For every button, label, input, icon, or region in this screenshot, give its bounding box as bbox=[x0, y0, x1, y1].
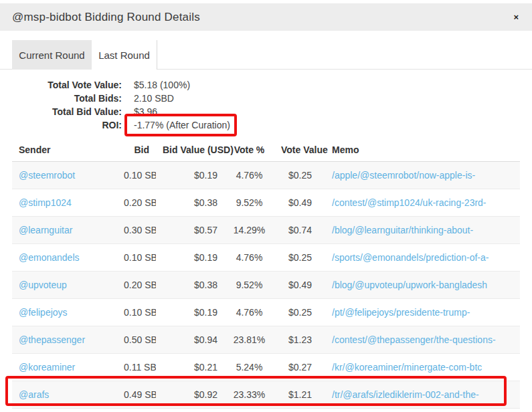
sender-link[interactable]: @thepassenger bbox=[19, 334, 85, 345]
memo-link[interactable]: /blog/@learnguitar/thinking-about- bbox=[332, 225, 473, 235]
bid-value-cell: $0.19 bbox=[156, 244, 224, 272]
sender-link[interactable]: @felipejoys bbox=[19, 307, 68, 318]
vote-value-cell: $1.21 bbox=[274, 381, 319, 409]
bid-cell: 0.10 SBD bbox=[117, 244, 156, 272]
table-row: @stimp1024 0.20 SBD $0.38 9.52% $0.49 /c… bbox=[12, 189, 520, 217]
tab-label: Current Round bbox=[19, 49, 84, 61]
summary-value: $5.18 (100%) bbox=[134, 80, 190, 90]
vote-pct-cell: 4.76% bbox=[224, 162, 274, 189]
table-row: @emonandels 0.10 SBD $0.19 4.76% $0.25 /… bbox=[12, 244, 520, 272]
tab-current-round[interactable]: Current Round bbox=[12, 40, 92, 70]
vote-value-cell: $0.25 bbox=[274, 244, 319, 272]
summary-row-total-bids: Total Bids: 2.10 SBD bbox=[12, 92, 532, 105]
column-header-bid: Bid bbox=[117, 140, 156, 162]
vote-pct-cell: 23.81% bbox=[224, 326, 274, 354]
memo-link[interactable]: /apple/@steemrobot/now-apple-is- bbox=[332, 170, 475, 181]
summary-label: Total Bid Value: bbox=[12, 106, 122, 117]
memo-link[interactable]: /kr/@koreaminer/minergate-com-btc bbox=[332, 362, 482, 373]
bid-value-cell: $0.38 bbox=[156, 189, 224, 217]
table-row: @upvoteup 0.20 SBD $0.38 9.52% $0.49 /bl… bbox=[12, 272, 520, 299]
vote-pct-cell: 9.52% bbox=[224, 272, 274, 299]
bid-value-cell: $0.57 bbox=[156, 217, 224, 244]
vote-pct-cell: 14.29% bbox=[224, 217, 274, 244]
tab-label: Last Round bbox=[98, 49, 150, 61]
memo-link[interactable]: /blog/@upvoteup/upwork-bangladesh bbox=[332, 280, 487, 290]
column-header-sender: Sender bbox=[12, 140, 117, 162]
vote-pct-cell: 23.33% bbox=[224, 381, 274, 409]
sender-link[interactable]: @steemrobot bbox=[19, 170, 75, 181]
bid-value-cell: $0.38 bbox=[156, 272, 224, 299]
vote-value-cell: $0.25 bbox=[274, 299, 319, 326]
bid-cell: 0.49 SBD bbox=[117, 381, 156, 409]
modal-header: @msp-bidbot Bidding Round Details × bbox=[0, 3, 532, 31]
bid-value-cell: $0.19 bbox=[156, 162, 224, 189]
memo-link[interactable]: /pt/@felipejoys/presidente-trump- bbox=[332, 307, 470, 318]
table-row: @felipejoys 0.10 SBD $0.19 4.76% $0.25 /… bbox=[12, 299, 520, 326]
vote-value-cell: $0.49 bbox=[274, 272, 319, 299]
vote-value-cell: $1.23 bbox=[274, 326, 319, 354]
summary-row-roi: ROI: -1.77% (After Curation) bbox=[12, 118, 532, 132]
summary-row-total-vote-value: Total Vote Value: $5.18 (100%) bbox=[12, 78, 532, 92]
bid-cell: 0.10 SBD bbox=[117, 299, 156, 326]
table-row: @thepassenger 0.50 SBD $0.94 23.81% $1.2… bbox=[12, 326, 520, 354]
table-row: @arafs 0.49 SBD $0.92 23.33% $1.21 /tr/@… bbox=[12, 381, 520, 409]
summary-label: ROI: bbox=[12, 120, 122, 130]
table-row: @steemrobot 0.10 SBD $0.19 4.76% $0.25 /… bbox=[12, 162, 520, 189]
summary-label: Total Vote Value: bbox=[12, 80, 122, 90]
close-button[interactable]: × bbox=[511, 11, 521, 23]
column-header-bid-value: Bid Value (USD) bbox=[156, 140, 224, 162]
round-summary: Total Vote Value: $5.18 (100%) Total Bid… bbox=[12, 78, 532, 132]
summary-row-total-bid-value: Total Bid Value: $3.96 bbox=[12, 105, 532, 118]
vote-value-cell: $0.25 bbox=[274, 162, 319, 189]
tab-last-round[interactable]: Last Round bbox=[92, 40, 157, 70]
summary-label: Total Bids: bbox=[12, 93, 122, 104]
sender-link[interactable]: @koreaminer bbox=[19, 362, 75, 373]
table-row: @koreaminer 0.11 SBD $0.21 5.24% $0.27 /… bbox=[12, 354, 520, 381]
sender-link[interactable]: @learnguitar bbox=[19, 225, 72, 235]
bid-value-cell: $0.19 bbox=[156, 299, 224, 326]
table-header-row: Sender Bid Bid Value (USD) Vote % Vote V… bbox=[12, 140, 520, 162]
summary-value: $3.96 bbox=[134, 106, 157, 117]
vote-value-cell: $0.74 bbox=[274, 217, 319, 244]
bid-value-cell: $0.21 bbox=[156, 354, 224, 381]
tab-bar: Current Round Last Round bbox=[0, 39, 532, 70]
bid-cell: 0.10 SBD bbox=[117, 162, 156, 189]
column-header-vote-value: Vote Value bbox=[274, 140, 319, 162]
summary-value: 2.10 SBD bbox=[134, 93, 174, 104]
bid-cell: 0.50 SBD bbox=[117, 326, 156, 354]
vote-pct-cell: 5.24% bbox=[224, 354, 274, 381]
bid-cell: 0.20 SBD bbox=[117, 189, 156, 217]
vote-value-cell: $0.27 bbox=[274, 354, 319, 381]
sender-link[interactable]: @emonandels bbox=[19, 252, 80, 263]
modal-title: @msp-bidbot Bidding Round Details bbox=[12, 11, 200, 24]
memo-link[interactable]: /contest/@thepassenger/the-questions- bbox=[332, 334, 496, 345]
vote-pct-cell: 4.76% bbox=[224, 299, 274, 326]
bid-cell: 0.20 SBD bbox=[117, 272, 156, 299]
close-icon: × bbox=[513, 12, 519, 22]
memo-link[interactable]: /tr/@arafs/izlediklerim-002-and-the- bbox=[332, 389, 479, 400]
sender-link[interactable]: @arafs bbox=[19, 389, 49, 400]
sender-link[interactable]: @upvoteup bbox=[19, 280, 67, 290]
bid-value-cell: $0.94 bbox=[156, 326, 224, 354]
sender-link[interactable]: @stimp1024 bbox=[19, 197, 72, 208]
vote-pct-cell: 9.52% bbox=[224, 189, 274, 217]
memo-link[interactable]: /sports/@emonandels/prediction-of-a- bbox=[332, 252, 489, 263]
column-header-memo: Memo bbox=[319, 140, 520, 162]
vote-pct-cell: 4.76% bbox=[224, 244, 274, 272]
vote-value-cell: $0.49 bbox=[274, 189, 319, 217]
bid-cell: 0.11 SBD bbox=[117, 354, 156, 381]
bid-value-cell: $0.92 bbox=[156, 381, 224, 409]
roi-value: -1.77% (After Curation) bbox=[134, 120, 230, 130]
memo-link[interactable]: /contest/@stimp1024/uk-racing-23rd- bbox=[332, 197, 486, 208]
table-row: @learnguitar 0.30 SBD $0.57 14.29% $0.74… bbox=[12, 217, 520, 244]
bids-table: Sender Bid Bid Value (USD) Vote % Vote V… bbox=[12, 140, 520, 409]
bid-cell: 0.30 SBD bbox=[117, 217, 156, 244]
